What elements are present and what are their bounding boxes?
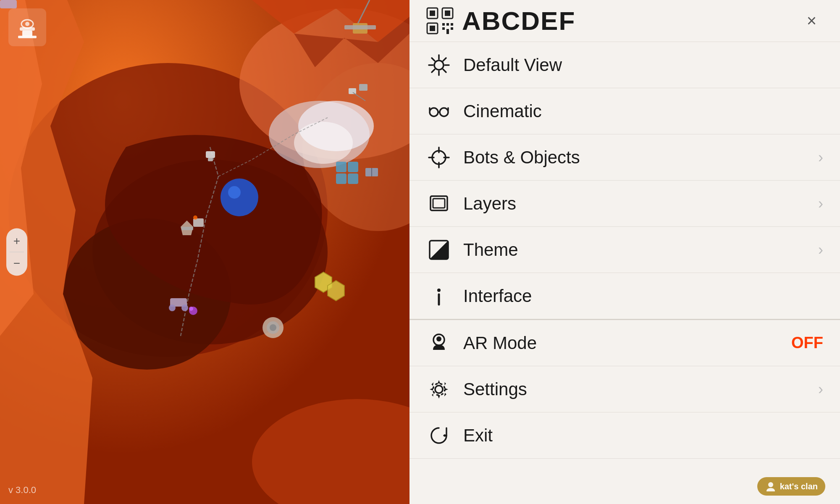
svg-rect-17 [208, 158, 213, 161]
map-background [0, 0, 410, 504]
theme-chevron: › [818, 241, 823, 259]
version-label: v 3.0.0 [8, 485, 36, 496]
zoom-out-button[interactable]: − [8, 254, 26, 273]
zoom-controls: + − [6, 228, 27, 276]
right-panel: ABCDEF × Default View [410, 0, 840, 504]
svg-point-71 [440, 108, 448, 116]
ar-icon [426, 331, 452, 356]
zoom-track: + − [6, 228, 27, 276]
svg-marker-83 [430, 241, 448, 259]
svg-rect-20 [336, 162, 346, 172]
svg-rect-55 [442, 23, 445, 26]
svg-point-19 [193, 215, 197, 220]
layers-chevron: › [818, 195, 823, 213]
svg-point-15 [228, 186, 241, 199]
settings-label: Settings [463, 379, 818, 399]
svg-point-61 [434, 60, 444, 70]
stamp-icon[interactable] [8, 8, 46, 46]
svg-rect-52 [445, 10, 450, 16]
menu-item-exit[interactable]: Exit [410, 412, 840, 459]
svg-line-69 [432, 69, 435, 72]
svg-rect-60 [451, 27, 453, 30]
svg-rect-58 [442, 27, 445, 30]
sun-icon [426, 52, 452, 78]
glasses-icon [426, 99, 452, 124]
menu-list: Default View Cinematic [410, 42, 840, 504]
settings-icon [426, 377, 452, 402]
menu-item-bots-objects[interactable]: Bots & Objects › [410, 134, 840, 181]
svg-point-48 [768, 482, 773, 487]
bots-objects-label: Bots & Objects [463, 147, 818, 168]
svg-rect-21 [348, 162, 358, 172]
svg-point-47 [25, 22, 29, 26]
default-view-label: Default View [463, 55, 823, 75]
panel-title: ABCDEF [462, 6, 800, 36]
settings-chevron: › [818, 381, 823, 398]
svg-rect-23 [348, 173, 358, 184]
theme-icon [426, 237, 452, 262]
menu-item-cinematic[interactable]: Cinematic [410, 88, 840, 134]
svg-line-67 [443, 69, 446, 72]
menu-item-theme[interactable]: Theme › [410, 227, 840, 273]
svg-point-88 [435, 386, 443, 393]
panel-header: ABCDEF × [410, 0, 840, 42]
svg-point-38 [270, 324, 276, 331]
svg-rect-59 [446, 29, 449, 34]
svg-point-14 [220, 178, 258, 216]
menu-item-layers[interactable]: Layers › [410, 181, 840, 227]
svg-rect-81 [433, 199, 445, 208]
svg-rect-56 [446, 23, 449, 26]
menu-item-ar-mode[interactable]: AR Mode OFF [410, 320, 840, 366]
user-badge[interactable]: kat's clan [757, 477, 825, 496]
svg-point-84 [437, 289, 441, 292]
svg-line-66 [432, 58, 435, 61]
close-button[interactable]: × [800, 9, 823, 32]
svg-point-35 [189, 307, 193, 311]
svg-rect-45 [18, 36, 37, 38]
svg-rect-50 [430, 10, 435, 16]
svg-rect-22 [336, 173, 346, 184]
zoom-divider [10, 252, 24, 252]
user-badge-name: kat's clan [780, 482, 818, 491]
qr-icon [426, 7, 454, 34]
interface-label: Interface [463, 286, 823, 306]
svg-point-87 [436, 336, 441, 341]
menu-item-default-view[interactable]: Default View [410, 42, 840, 88]
menu-item-settings[interactable]: Settings › [410, 366, 840, 412]
layers-label: Layers [463, 194, 818, 214]
svg-rect-12 [359, 84, 368, 91]
cinematic-label: Cinematic [463, 101, 823, 121]
svg-rect-57 [451, 23, 453, 26]
info-icon [426, 284, 452, 309]
svg-rect-29 [181, 227, 193, 230]
exit-label: Exit [463, 425, 823, 446]
layers-icon [426, 191, 452, 216]
ar-mode-label: AR Mode [463, 333, 791, 353]
svg-rect-54 [430, 26, 435, 31]
crosshair-icon [426, 145, 452, 170]
svg-point-33 [181, 304, 188, 311]
svg-rect-30 [0, 0, 17, 8]
svg-rect-11 [349, 88, 356, 94]
exit-icon [426, 423, 452, 448]
zoom-in-button[interactable]: + [8, 232, 26, 250]
svg-point-32 [169, 304, 176, 311]
menu-item-interface[interactable]: Interface [410, 273, 840, 319]
svg-line-68 [443, 58, 446, 61]
mars-terrain-svg [0, 0, 410, 504]
bots-objects-chevron: › [818, 149, 823, 166]
svg-rect-41 [344, 25, 376, 29]
svg-rect-16 [206, 151, 215, 158]
ar-mode-badge: OFF [791, 334, 823, 352]
theme-label: Theme [463, 240, 818, 260]
svg-point-70 [430, 108, 438, 116]
svg-point-10 [294, 122, 353, 164]
svg-rect-44 [22, 31, 32, 37]
svg-rect-18 [193, 218, 204, 227]
